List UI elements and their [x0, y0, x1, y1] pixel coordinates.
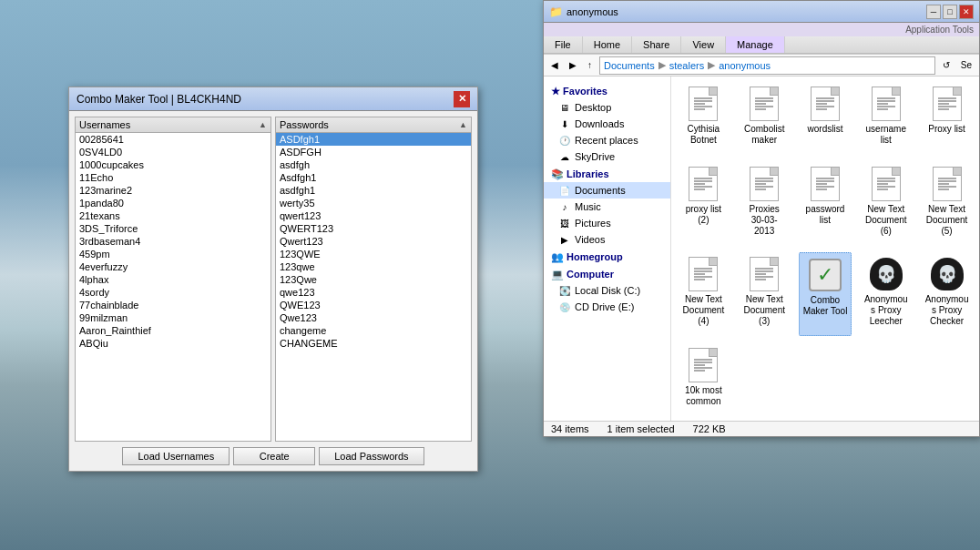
file-icon-item[interactable]: New Text Document (5) [920, 162, 974, 246]
sidebar-item-recent[interactable]: 🕐 Recent places [544, 132, 670, 148]
sidebar-item-local-disk[interactable]: 💽 Local Disk (C:) [544, 282, 670, 299]
username-list-item[interactable]: 4lphax [76, 273, 271, 286]
file-icon-item[interactable]: New Text Document (4) [677, 252, 730, 336]
sidebar-item-music[interactable]: ♪ Music [544, 199, 670, 215]
file-icon-item[interactable]: password list [799, 162, 852, 246]
tab-file[interactable]: File [544, 36, 583, 53]
password-list-item[interactable]: qwert123 [276, 209, 471, 222]
usernames-listbox[interactable]: 002856410SV4LD01000cupcakes11Echo123mari… [75, 132, 271, 442]
sidebar-item-pictures[interactable]: 🖼 Pictures [544, 215, 670, 231]
username-list-item[interactable]: ABQiu [76, 337, 271, 350]
username-list-icon [868, 86, 904, 122]
sidebar-item-downloads[interactable]: ⬇ Downloads [544, 116, 670, 132]
tab-manage[interactable]: Manage [726, 36, 785, 53]
username-list-item[interactable]: 4sordy [76, 286, 271, 299]
tab-view[interactable]: View [681, 36, 726, 53]
passwords-listbox[interactable]: ASDfgh1ASDFGHasdfghAsdfgh1asdfgh1werty35… [275, 132, 472, 442]
password-list-item[interactable]: asdfgh1 [276, 184, 471, 197]
file-icon-item[interactable]: wordslist [799, 82, 852, 155]
up-button[interactable]: ↑ [584, 58, 596, 72]
tab-home[interactable]: Home [583, 36, 632, 53]
sidebar-favorites-label[interactable]: ★ Favorites [544, 82, 670, 99]
username-list-item[interactable]: 1panda80 [76, 197, 271, 209]
sidebar-item-videos[interactable]: ▶ Videos [544, 231, 670, 248]
username-list-item[interactable]: 123marine2 [76, 184, 271, 197]
load-passwords-button[interactable]: Load Passwords [319, 447, 424, 465]
file-icon-item[interactable]: New Text Document (3) [738, 252, 791, 336]
explorer-title: anonymous [567, 6, 618, 17]
file-icon-item[interactable]: ✓Combo Maker Tool [799, 252, 852, 336]
tab-share[interactable]: Share [632, 36, 681, 53]
file-icon-item[interactable]: 💀Anonymou s Proxy Checker [920, 252, 974, 336]
documents-icon: 📄 [558, 184, 571, 197]
password-list-item[interactable]: asdfgh [276, 158, 471, 171]
maximize-button[interactable]: □ [943, 5, 957, 19]
username-list-item[interactable]: 1000cupcakes [76, 158, 271, 171]
sidebar-downloads-label: Downloads [575, 118, 624, 129]
password-list-item[interactable]: ASDfgh1 [276, 133, 471, 146]
search-button[interactable]: Se [957, 58, 975, 72]
skydrive-icon: ☁ [558, 150, 571, 163]
file-icon-item[interactable]: proxy list (2) [677, 162, 730, 246]
sidebar-item-desktop[interactable]: 🖥 Desktop [544, 99, 670, 116]
username-list-item[interactable]: 3rdbaseman4 [76, 235, 271, 248]
password-list-item[interactable]: QWERT123 [276, 222, 471, 235]
create-button[interactable]: Create [233, 447, 315, 465]
password-list-item[interactable]: QWE123 [276, 299, 471, 311]
file-icon-item[interactable]: Combolist maker [738, 82, 791, 155]
sidebar-documents-label: Documents [575, 185, 626, 196]
load-usernames-button[interactable]: Load Usernames [122, 447, 230, 465]
username-list-item[interactable]: 21texans [76, 209, 271, 222]
explorer-close-button[interactable]: ✕ [959, 5, 974, 19]
combo-lists: Usernames ▲ 002856410SV4LD01000cupcakes1… [75, 117, 472, 442]
sidebar-computer-label[interactable]: 💻 Computer [544, 265, 670, 282]
passwords-label: Passwords [280, 119, 329, 130]
path-part-stealers: stealers [669, 60, 705, 71]
password-list-item[interactable]: 123QWE [276, 248, 471, 260]
downloads-icon: ⬇ [558, 117, 571, 130]
file-icon-item[interactable]: Proxies 30-03-2013 [738, 162, 791, 246]
username-list-item[interactable]: 459pm [76, 248, 271, 260]
explorer-titlebar: 📁 anonymous ─ □ ✕ [544, 1, 979, 23]
file-icon-item[interactable]: Cythisia Botnet [677, 82, 730, 155]
combo-close-button[interactable]: ✕ [454, 91, 470, 107]
sidebar-localdisk-label: Local Disk (C:) [575, 285, 640, 296]
passwords-section: Passwords ▲ ASDfgh1ASDFGHasdfghAsdfgh1as… [275, 117, 472, 442]
username-list-item[interactable]: 11Echo [76, 171, 271, 184]
username-list-item[interactable]: Aaron_Rainthief [76, 324, 271, 337]
password-list-item[interactable]: ASDFGH [276, 146, 471, 158]
username-list-item[interactable]: 99milzman [76, 311, 271, 324]
refresh-button[interactable]: ↺ [939, 58, 954, 72]
username-list-item[interactable]: 4everfuzzy [76, 260, 271, 273]
file-icon-item[interactable]: New Text Document (6) [859, 162, 913, 246]
username-list-item[interactable]: 0SV4LD0 [76, 146, 271, 158]
forward-button[interactable]: ▶ [566, 58, 580, 72]
password-list-item[interactable]: changeme [276, 324, 471, 337]
sidebar-homegroup-label[interactable]: 👥 Homegroup [544, 248, 670, 265]
username-list-item[interactable]: 77chainblade [76, 299, 271, 311]
file-icon-item[interactable]: 💀Anonymou s Proxy Leecher [859, 252, 913, 336]
password-list-item[interactable]: 123Qwe [276, 273, 471, 286]
file-icon-item[interactable]: username list [859, 82, 913, 155]
minimize-button[interactable]: ─ [926, 5, 941, 19]
file-icon-item[interactable]: Proxy list [920, 82, 974, 155]
password-list-item[interactable]: CHANGEME [276, 337, 471, 350]
sidebar-item-cd-drive[interactable]: 💿 CD Drive (E:) [544, 299, 670, 315]
password-list-item[interactable]: Qwert123 [276, 235, 471, 248]
username-list-item[interactable]: 3DS_Triforce [76, 222, 271, 235]
back-button[interactable]: ◀ [547, 58, 562, 72]
sidebar-libraries-label[interactable]: 📚 Libraries [544, 165, 670, 182]
address-path[interactable]: Documents ▶ stealers ▶ anonymous [599, 56, 935, 75]
password-list-item[interactable]: werty35 [276, 197, 471, 209]
sidebar-item-documents[interactable]: 📄 Documents [544, 182, 670, 199]
password-list-item[interactable]: 123qwe [276, 260, 471, 273]
password-list-item[interactable]: Asdfgh1 [276, 171, 471, 184]
proxy-list-(2)-icon [685, 166, 721, 202]
sidebar-item-skydrive[interactable]: ☁ SkyDrive [544, 148, 670, 165]
file-label: Combo Maker Tool [803, 295, 848, 317]
recent-icon: 🕐 [558, 134, 571, 147]
password-list-item[interactable]: qwe123 [276, 286, 471, 299]
file-icon-item[interactable]: 10k most common [677, 343, 730, 416]
password-list-item[interactable]: Qwe123 [276, 311, 471, 324]
username-list-item[interactable]: 00285641 [76, 133, 271, 146]
